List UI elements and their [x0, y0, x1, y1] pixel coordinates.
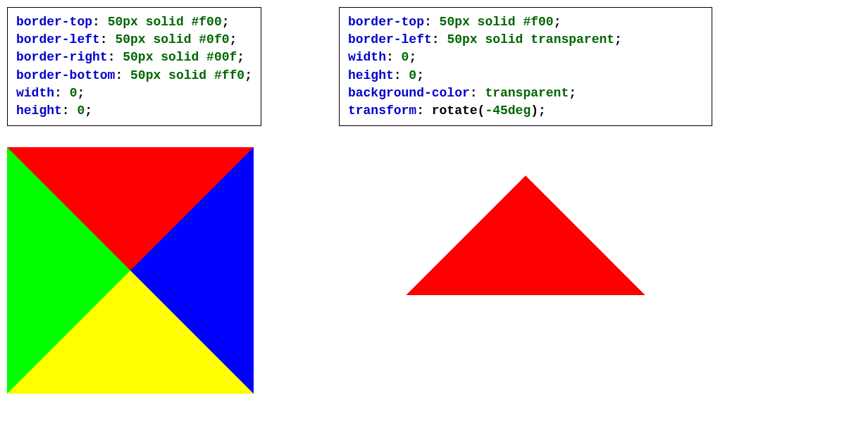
css-unit: px: [146, 68, 161, 82]
css-number: 50: [115, 32, 130, 46]
css-unit: px: [138, 50, 154, 64]
css-color: #0f0: [199, 32, 229, 46]
css-property: height: [16, 104, 62, 118]
css-property: border-top: [16, 15, 92, 29]
code-line: height: 0;: [348, 67, 703, 85]
css-number: -45: [485, 104, 507, 118]
css-keyword: solid: [478, 15, 516, 29]
code-line: border-left: 50px solid transparent;: [348, 31, 703, 49]
css-property: transform: [348, 104, 416, 118]
css-unit: px: [454, 15, 470, 29]
code-line: background-color: transparent;: [348, 85, 703, 102]
css-number: 50: [108, 15, 123, 29]
css-number: 50: [440, 15, 455, 29]
left-column: border-top: 50px solid #f00; border-left…: [7, 7, 261, 394]
right-code-box: border-top: 50px solid #f00; border-left…: [339, 7, 712, 126]
code-line: width: 0;: [348, 49, 703, 66]
code-line: border-bottom: 50px solid #ff0;: [16, 67, 252, 85]
right-shape-preview: [339, 147, 712, 394]
code-line: border-top: 50px solid #f00;: [348, 13, 703, 31]
css-keyword: solid: [153, 32, 191, 46]
css-function: rotate: [432, 104, 478, 118]
css-unit: deg: [508, 104, 531, 118]
css-property: border-right: [16, 50, 108, 64]
code-line: border-top: 50px solid #f00;: [16, 13, 252, 31]
css-property: width: [348, 50, 386, 64]
css-property: border-left: [348, 32, 432, 46]
css-color: #f00: [192, 15, 222, 29]
css-keyword: solid: [485, 32, 523, 46]
css-color: #00f: [206, 50, 237, 64]
css-property: height: [348, 68, 394, 82]
css-keyword: transparent: [485, 86, 569, 100]
css-property: width: [16, 86, 54, 100]
code-line: border-right: 50px solid #00f;: [16, 49, 252, 66]
left-shape-preview: [7, 147, 255, 394]
css-keyword: solid: [161, 50, 199, 64]
left-code-box: border-top: 50px solid #f00; border-left…: [7, 7, 261, 126]
code-line: width: 0;: [16, 85, 252, 102]
css-property: border-left: [16, 32, 100, 46]
css-color: #f00: [523, 15, 553, 29]
right-column: border-top: 50px solid #f00; border-left…: [339, 7, 712, 394]
four-color-border-square: [7, 147, 254, 394]
css-unit: px: [130, 32, 146, 46]
css-keyword: solid: [168, 68, 206, 82]
css-number: 0: [77, 104, 85, 118]
css-keyword: transparent: [531, 32, 614, 46]
css-keyword: solid: [146, 15, 184, 29]
css-border-example-container: border-top: 50px solid #f00; border-left…: [7, 7, 861, 394]
red-triangle: [406, 175, 645, 401]
code-line: transform: rotate(-45deg);: [348, 102, 703, 120]
css-number: 0: [402, 50, 409, 64]
css-property: border-bottom: [16, 68, 115, 82]
css-color: #ff0: [214, 68, 244, 82]
css-unit: px: [462, 32, 478, 46]
code-line: height: 0;: [16, 102, 252, 120]
css-number: 0: [409, 68, 416, 82]
code-line: border-left: 50px solid #0f0;: [16, 31, 252, 49]
css-unit: px: [123, 15, 138, 29]
css-number: 50: [123, 50, 138, 64]
css-property: border-top: [348, 15, 424, 29]
css-number: 0: [70, 86, 78, 100]
css-number: 50: [130, 68, 146, 82]
css-number: 50: [447, 32, 462, 46]
css-property: background-color: [348, 86, 470, 100]
